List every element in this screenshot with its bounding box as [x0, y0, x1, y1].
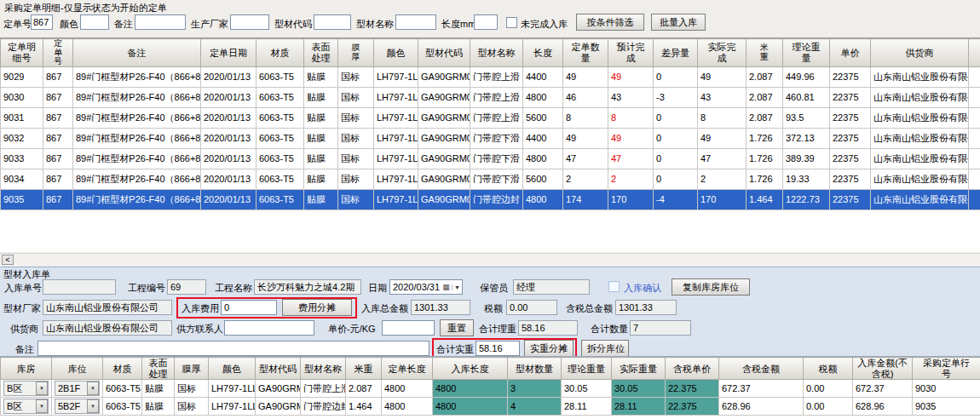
- table-row[interactable]: 903186789#门框型材P26-F40（866+867）2020/01/13…: [1, 107, 980, 128]
- cell: GA90GRM03: [418, 87, 470, 107]
- cell: 9030: [913, 380, 980, 398]
- column-header: 表面处理: [304, 39, 338, 67]
- batch-inbound-button[interactable]: 批量入库: [651, 14, 706, 31]
- project-no-input[interactable]: [167, 279, 206, 295]
- column-header: 膜厚: [175, 358, 209, 380]
- remark-input[interactable]: [135, 14, 186, 30]
- cell: [969, 66, 980, 87]
- inbound-no-input[interactable]: [43, 279, 116, 295]
- supplier-contact-input[interactable]: [224, 320, 314, 336]
- date-dropdown-icon[interactable]: ▼: [452, 284, 462, 290]
- cell: 628.96: [853, 398, 913, 416]
- total-qty-input[interactable]: [630, 320, 691, 336]
- total-actual-weight-input[interactable]: [476, 341, 520, 356]
- date-picker[interactable]: 2020/03/31 ▦ ▼: [389, 279, 463, 295]
- length-input[interactable]: [474, 14, 498, 30]
- cell: 672.37: [719, 380, 804, 398]
- inbound-no-label: 入库单号: [4, 282, 42, 295]
- cell: 6063-T5: [103, 380, 142, 398]
- top-pane-title: 采购定单明细-仅显示状态为开始的定单: [4, 2, 167, 14]
- combo-value: 2B1F: [58, 383, 80, 393]
- cell: 门带腔下滑: [470, 128, 523, 148]
- dropdown-arrow-icon[interactable]: ▼: [36, 382, 48, 395]
- order-no-input[interactable]: [31, 14, 53, 30]
- warehouse-select[interactable]: B区▼: [1, 380, 52, 398]
- profile-name-input[interactable]: [395, 14, 436, 30]
- keeper-input[interactable]: [513, 279, 590, 295]
- cell: 22375: [830, 87, 871, 107]
- manufacturer-input[interactable]: [230, 14, 269, 30]
- profile-name-label: 型材名称: [356, 18, 394, 31]
- factory-input[interactable]: [43, 300, 172, 315]
- dropdown-arrow-icon[interactable]: ▼: [87, 399, 99, 413]
- cell: 贴膜: [142, 380, 175, 398]
- table-row[interactable]: 903286789#门框型材P26-F40（866+867）2020/01/13…: [1, 128, 980, 148]
- table-row[interactable]: 902986789#门框型材P26-F40（866+867）2020/01/13…: [1, 66, 980, 87]
- cell: -3: [654, 87, 698, 107]
- cell: 0: [654, 107, 698, 128]
- cell: 山东南山铝业股份有限公司: [871, 66, 969, 87]
- h-scrollbar[interactable]: <: [0, 253, 980, 265]
- column-header: 实际重量: [612, 358, 666, 380]
- dropdown-arrow-icon[interactable]: ▼: [36, 399, 48, 413]
- cell: [969, 169, 980, 189]
- cell: 46: [563, 87, 608, 107]
- filter-by-condition-button[interactable]: 按条件筛选: [576, 14, 644, 31]
- tax-input[interactable]: [506, 300, 557, 315]
- total-theory-weight-input[interactable]: [518, 320, 578, 336]
- project-name-input[interactable]: [254, 279, 361, 295]
- cell: 22.375: [666, 398, 719, 416]
- inbound-total-input[interactable]: [411, 300, 470, 315]
- cell: 9035: [1, 189, 43, 210]
- total-actual-weight-label: 合计实重: [436, 343, 474, 356]
- cell: 4800: [382, 380, 433, 398]
- cell: 国标: [338, 169, 374, 189]
- cell: 0: [654, 169, 698, 189]
- cell: GA90GRM03: [418, 107, 470, 128]
- color-label: 颜色: [60, 18, 78, 31]
- order-detail-table-area: 定单明细号定单号备注定单日期材质表面处理膜厚颜色型材代码型材名称长度定单数量预计…: [0, 37, 980, 252]
- cell: 6063-T5: [257, 148, 304, 169]
- cell: 8: [698, 107, 747, 128]
- location-select[interactable]: 5B2F▼: [52, 398, 103, 416]
- cell: 8: [608, 107, 654, 128]
- cell: 47: [608, 148, 654, 169]
- cell: LH797-1LL0: [374, 148, 418, 169]
- warehouse-select[interactable]: B区▼: [1, 398, 52, 416]
- copy-warehouse-location-button[interactable]: 复制库房库位: [672, 278, 750, 296]
- cell: 门带腔上滑: [470, 107, 523, 128]
- supplier-input[interactable]: [43, 320, 172, 336]
- actual-weight-allocate-button[interactable]: 实重分摊: [524, 340, 574, 357]
- cell: 49: [563, 66, 608, 87]
- table-row[interactable]: 903486789#门框型材P26-F40（866+867）2020/01/13…: [1, 169, 980, 189]
- total-with-tax-input[interactable]: [615, 300, 677, 315]
- inbound-detail-table: 库房库位材质表面处理膜厚颜色型材代码型材名称米重定单长度入库长度型材数量理论重量…: [0, 357, 980, 416]
- split-location-button[interactable]: 拆分库位: [581, 340, 629, 357]
- column-header: 表面处理: [142, 358, 175, 380]
- dropdown-arrow-icon[interactable]: ▼: [87, 382, 99, 395]
- tax-label: 税额: [484, 302, 503, 315]
- cell: -4: [654, 189, 698, 210]
- table-row[interactable]: 903086789#门框型材P26-F40（866+867）2020/01/13…: [1, 87, 980, 107]
- table-row[interactable]: B区▼2B1F▼6063-T5贴膜国标LH797-1LL0GA90GRM03门带…: [1, 380, 980, 398]
- fee-allocate-button[interactable]: 费用分摊: [282, 299, 352, 316]
- profile-code-input[interactable]: [314, 14, 351, 30]
- unfinished-checkbox[interactable]: [506, 17, 517, 28]
- remark-input[interactable]: [37, 341, 429, 356]
- scroll-left-button[interactable]: <: [2, 255, 14, 265]
- table-row[interactable]: 903586789#门框型材P26-F40（866+867）2020/01/13…: [1, 189, 980, 210]
- calendar-icon: ▦: [441, 283, 452, 291]
- location-select[interactable]: 2B1F▼: [52, 380, 103, 398]
- cell: 国标: [175, 398, 209, 416]
- unit-price-input[interactable]: [382, 320, 435, 336]
- table-row[interactable]: 903386789#门框型材P26-F40（866+867）2020/01/13…: [1, 148, 980, 169]
- cell: 0.00: [804, 380, 853, 398]
- profile-code-label: 型材代码: [274, 18, 312, 31]
- color-input[interactable]: [80, 14, 109, 30]
- column-header: 定单日期: [201, 39, 257, 67]
- inbound-fee-input[interactable]: [221, 300, 277, 315]
- inbound-confirm-checkbox[interactable]: [608, 281, 620, 292]
- reset-button[interactable]: 重置: [440, 319, 474, 336]
- table-row[interactable]: B区▼5B2F▼6063-T5贴膜国标LH797-1LL0GA90GRM05门带…: [1, 398, 980, 416]
- cell: 89#门框型材P26-F40（866+867）: [73, 148, 201, 169]
